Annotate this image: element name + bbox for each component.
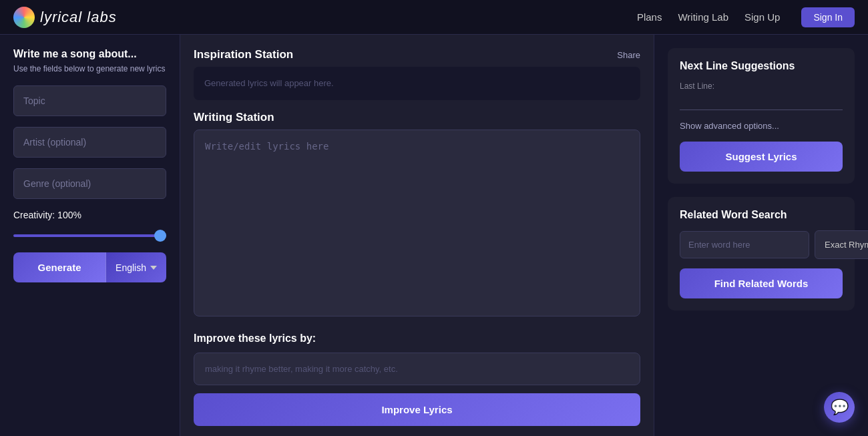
lyrics-textarea[interactable] [194, 130, 640, 316]
inspiration-placeholder: Generated lyrics will appear here. [204, 78, 334, 88]
related-word-title: Related Word Search [680, 209, 843, 221]
inspiration-title: Inspiration Station [194, 48, 293, 61]
logo: lyrical labs [13, 7, 637, 28]
improve-title: Improve these lyrics by: [194, 333, 640, 345]
language-button[interactable]: English [105, 252, 166, 282]
writing-header: Writing Station [194, 111, 640, 124]
word-search-input[interactable] [680, 231, 809, 258]
creativity-label: Creativity: 100% [13, 210, 166, 220]
rhyme-type-select[interactable]: Exact Rhymes [815, 230, 868, 259]
navbar: lyrical labs Plans Writing Lab Sign Up S… [0, 0, 868, 35]
language-label: English [116, 262, 146, 273]
related-word-section: Related Word Search Exact Rhymes Find Re… [668, 197, 855, 310]
chevron-down-icon [150, 266, 157, 270]
next-line-section: Next Line Suggestions Last Line: Show ad… [668, 48, 855, 184]
chat-fab-button[interactable]: 💬 [824, 392, 855, 423]
nav-links: Plans Writing Lab Sign Up Sign In [637, 7, 855, 27]
chat-icon: 💬 [831, 399, 849, 416]
middle-panel: Inspiration Station Share Generated lyri… [180, 35, 654, 436]
advanced-options-link[interactable]: Show advanced options... [680, 121, 843, 131]
writing-lab-link[interactable]: Writing Lab [678, 11, 728, 23]
logo-text: lyrical labs [40, 9, 117, 26]
sign-in-button[interactable]: Sign In [801, 7, 855, 27]
next-line-title: Next Line Suggestions [680, 60, 843, 72]
left-subtitle: Use the fields below to generate new lyr… [13, 64, 166, 73]
genre-input[interactable] [13, 168, 166, 199]
topic-input[interactable] [13, 85, 166, 116]
logo-icon [13, 7, 35, 28]
suggest-lyrics-button[interactable]: Suggest Lyrics [680, 142, 843, 172]
inspiration-area: Generated lyrics will appear here. [194, 67, 640, 100]
improve-section: Improve these lyrics by: Improve Lyrics [194, 333, 640, 426]
creativity-slider-container [13, 228, 166, 239]
left-panel: Write me a song about... Use the fields … [0, 35, 180, 436]
generate-button[interactable]: Generate [13, 252, 105, 282]
sign-up-link[interactable]: Sign Up [744, 11, 780, 23]
improve-input[interactable] [194, 353, 640, 385]
last-line-label: Last Line: [680, 81, 843, 91]
improve-button[interactable]: Improve Lyrics [194, 393, 640, 426]
right-panel: Next Line Suggestions Last Line: Show ad… [654, 35, 868, 436]
inspiration-station: Inspiration Station Share Generated lyri… [194, 48, 640, 100]
left-heading: Write me a song about... [13, 48, 166, 60]
writing-station: Writing Station [194, 111, 640, 316]
last-line-input[interactable] [680, 93, 843, 110]
creativity-slider[interactable] [13, 234, 166, 237]
inspiration-header: Inspiration Station Share [194, 48, 640, 61]
writing-title: Writing Station [194, 111, 274, 124]
share-link[interactable]: Share [617, 50, 640, 60]
plans-link[interactable]: Plans [637, 11, 662, 23]
main-layout: Write me a song about... Use the fields … [0, 35, 868, 436]
generate-row: Generate English [13, 252, 166, 282]
artist-input[interactable] [13, 127, 166, 158]
find-related-words-button[interactable]: Find Related Words [680, 268, 843, 298]
word-search-row: Exact Rhymes [680, 230, 843, 259]
